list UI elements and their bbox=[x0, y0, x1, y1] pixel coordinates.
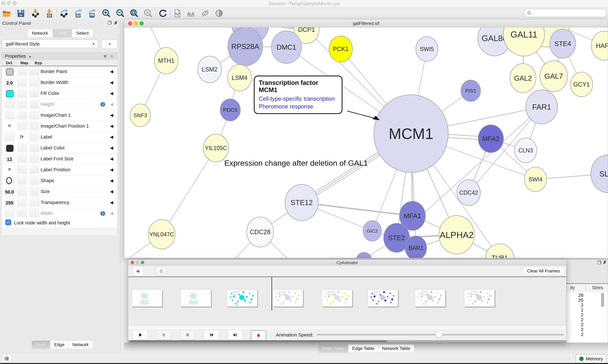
node-STE12[interactable]: STE12 bbox=[285, 184, 318, 221]
play-button[interactable] bbox=[133, 330, 147, 340]
node-MFA2[interactable]: MFA2 bbox=[478, 125, 503, 153]
annotation-link-1[interactable]: Cell-type-specific transcription bbox=[259, 95, 338, 103]
default-value-cell[interactable]: 12 bbox=[5, 155, 14, 163]
collapse-all-icon[interactable] bbox=[109, 54, 114, 59]
expand-property-icon[interactable]: ◀ bbox=[110, 211, 113, 216]
property-row-border-width[interactable]: 2.0Border Width◀ bbox=[2, 77, 117, 88]
cyanimator-titlebar[interactable]: CyAnimator bbox=[128, 260, 566, 265]
save-session-button[interactable] bbox=[14, 8, 28, 19]
expand-property-icon[interactable]: ◀ bbox=[110, 135, 113, 140]
network-canvas[interactable]: DCP1RPS28ADMC1PCK1SWI5GAL80GAL11STE4HAP2… bbox=[124, 27, 608, 258]
bypass-cell[interactable] bbox=[29, 89, 39, 98]
frame-thumbnail-1[interactable] bbox=[132, 289, 162, 307]
bypass-cell[interactable] bbox=[29, 100, 39, 108]
frame-thumbnail-7[interactable] bbox=[415, 289, 445, 307]
expand-property-icon[interactable]: ◀ bbox=[110, 145, 113, 150]
tab-node-table[interactable]: Node Table bbox=[318, 344, 348, 353]
info-icon[interactable] bbox=[100, 102, 106, 107]
zoom-in-button[interactable] bbox=[99, 8, 113, 19]
playhead[interactable] bbox=[272, 277, 272, 311]
first-neighbors-button[interactable] bbox=[184, 8, 198, 19]
color-swatch[interactable] bbox=[6, 145, 14, 152]
bypass-cell[interactable] bbox=[29, 133, 39, 141]
export-network-button[interactable] bbox=[57, 8, 71, 19]
expand-property-icon[interactable]: ◀ bbox=[110, 167, 113, 172]
table-cell[interactable]: 2 bbox=[568, 327, 583, 332]
add-frame-button[interactable] bbox=[133, 267, 143, 276]
expand-property-icon[interactable]: ◀ bbox=[110, 156, 113, 161]
panel-tab-edge[interactable]: Edge bbox=[50, 341, 69, 349]
clear-all-frames-button[interactable]: Clear All Frames bbox=[523, 267, 564, 275]
expand-property-icon[interactable]: ◀ bbox=[110, 178, 113, 183]
frame-thumbnail-4[interactable] bbox=[273, 289, 303, 307]
node-SWI4[interactable]: SWI4 bbox=[525, 167, 547, 192]
node-GAL7[interactable]: GAL7 bbox=[540, 61, 568, 92]
node-HAP2[interactable]: HAP2 bbox=[591, 31, 608, 60]
default-value-cell[interactable] bbox=[5, 122, 14, 131]
default-value-cell[interactable] bbox=[5, 165, 14, 175]
node-GIC2[interactable]: GIC2 bbox=[363, 221, 381, 241]
node-MTH1[interactable]: MTH1 bbox=[154, 47, 178, 74]
property-row-transparency[interactable]: 255Transparency◀ bbox=[2, 197, 117, 208]
export-table-button[interactable] bbox=[71, 8, 85, 19]
expand-property-icon[interactable]: ◀ bbox=[110, 102, 113, 107]
node-ALPHA2[interactable]: ALPHA2 bbox=[439, 216, 474, 254]
bypass-cell[interactable] bbox=[29, 111, 39, 119]
show-details-button[interactable] bbox=[212, 8, 226, 19]
style-selector[interactable]: galFiltered Style ▼ bbox=[2, 39, 98, 48]
animator-hscrollbar[interactable] bbox=[128, 340, 566, 342]
node-CDC42[interactable]: CDC42 bbox=[457, 180, 480, 206]
table-cell[interactable]: 26 bbox=[568, 293, 583, 298]
record-button[interactable] bbox=[251, 330, 266, 341]
mapping-cell[interactable] bbox=[17, 198, 27, 207]
zoom-out-button[interactable] bbox=[113, 8, 127, 19]
bypass-cell[interactable] bbox=[29, 67, 39, 76]
table-cell[interactable]: 2 bbox=[568, 322, 583, 327]
bypass-cell[interactable] bbox=[29, 155, 39, 163]
tab-network[interactable]: Network bbox=[27, 29, 53, 37]
node-STE4[interactable]: STE4 bbox=[550, 29, 576, 58]
float-panel-icon[interactable]: ❐ bbox=[108, 21, 112, 25]
mapping-cell[interactable] bbox=[17, 111, 27, 119]
zoom-selected-button[interactable] bbox=[141, 8, 155, 19]
bypass-cell[interactable] bbox=[29, 165, 39, 174]
tab-select[interactable]: Select bbox=[72, 29, 93, 37]
default-value-cell[interactable] bbox=[5, 67, 14, 76]
refresh-layout-button[interactable] bbox=[156, 8, 170, 19]
column-divider[interactable] bbox=[585, 285, 586, 291]
default-value-cell[interactable]: 50.0 bbox=[5, 187, 14, 196]
bypass-cell[interactable] bbox=[29, 209, 39, 218]
import-network-button[interactable] bbox=[28, 8, 42, 19]
property-row-label-position[interactable]: Label Position◀ bbox=[2, 164, 117, 175]
properties-header[interactable]: Properties ▼ bbox=[2, 53, 117, 60]
memory-button[interactable]: Memory bbox=[576, 354, 607, 363]
mapping-cell[interactable] bbox=[17, 67, 27, 76]
column-header-2[interactable]: Stres bbox=[592, 285, 603, 290]
node-MCM1[interactable]: MCM1 bbox=[374, 95, 448, 172]
property-row-height[interactable]: Height◀ bbox=[2, 99, 117, 110]
expand-property-icon[interactable]: ◀ bbox=[110, 113, 113, 118]
frame-thumbnail-3[interactable] bbox=[227, 289, 257, 307]
bypass-cell[interactable] bbox=[29, 143, 39, 152]
animation-speed-knob[interactable] bbox=[436, 331, 442, 338]
node-RPS28A[interactable]: RPS28A bbox=[228, 27, 263, 66]
frame-thumbnail-8[interactable] bbox=[464, 289, 495, 307]
style-options-button[interactable]: ▼ bbox=[101, 39, 117, 49]
zoom-fit-button[interactable] bbox=[127, 8, 141, 19]
node-YNL047C[interactable]: YNL047C bbox=[148, 220, 175, 249]
default-value-cell[interactable] bbox=[5, 111, 14, 119]
edge-YIL105C-YNL047C[interactable] bbox=[162, 148, 216, 234]
node-PIS1[interactable]: PIS1 bbox=[461, 80, 481, 102]
mapping-cell[interactable] bbox=[17, 165, 27, 174]
bypass-cell[interactable] bbox=[29, 176, 39, 185]
mapping-cell[interactable] bbox=[17, 78, 27, 87]
mapping-cell[interactable] bbox=[17, 133, 27, 143]
expand-property-icon[interactable]: ◀ bbox=[110, 200, 113, 205]
frame-thumbnail-6[interactable] bbox=[368, 289, 398, 307]
node-YIL105C[interactable]: YIL105C bbox=[203, 134, 229, 162]
property-row-label-font-size[interactable]: 12Label Font Size◀ bbox=[2, 154, 117, 164]
frame-thumbnail-2[interactable] bbox=[181, 289, 211, 307]
mapping-cell[interactable] bbox=[17, 209, 27, 218]
tab-style[interactable]: Style bbox=[53, 29, 72, 37]
node-SWI5[interactable]: SWI5 bbox=[416, 37, 438, 61]
